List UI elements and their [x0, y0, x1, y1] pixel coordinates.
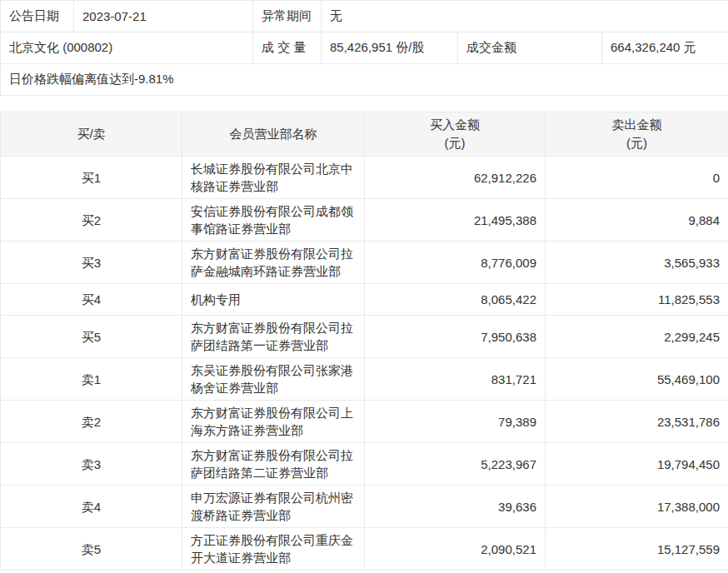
cell-buy-amount: 21,495,388	[365, 199, 546, 242]
info-row-note: 日价格跌幅偏离值达到-9.81%	[1, 64, 728, 96]
header-side: 买/卖	[1, 112, 182, 157]
cell-side: 买5	[1, 316, 182, 358]
cell-branch: 长城证券股份有限公司北京中核路证券营业部	[182, 157, 365, 199]
info-row-stock: 北京文化 (000802) 成 交 量 85,426,951 份/股 成交金额 …	[1, 32, 728, 64]
cell-side: 卖2	[1, 401, 182, 443]
table-row: 卖3 东方财富证券股份有限公司拉萨团结路第二证券营业部 5,223,967 19…	[1, 443, 728, 486]
table-row: 买4 机构专用 8,065,422 11,825,553	[1, 284, 728, 316]
stock-name: 北京文化 (000802)	[1, 32, 253, 64]
header-sell-amount-title: 卖出金额	[554, 116, 720, 134]
cell-side: 卖5	[1, 528, 182, 571]
header-sell-amount-unit: (元)	[554, 134, 720, 152]
cell-branch: 东方财富证券股份有限公司拉萨团结路第一证券营业部	[182, 316, 365, 358]
cell-sell-amount: 23,531,786	[546, 401, 728, 443]
turnover-label: 成交金额	[458, 32, 602, 64]
announce-date-label: 公告日期	[1, 1, 74, 32]
cell-buy-amount: 39,636	[365, 486, 546, 528]
volume-value: 85,426,951 份/股	[322, 32, 458, 64]
cell-branch: 机构专用	[182, 284, 365, 316]
abnormal-period-value: 无	[322, 1, 728, 32]
cell-sell-amount: 9,884	[546, 199, 728, 242]
cell-side: 卖1	[1, 358, 182, 401]
cell-sell-amount: 11,825,553	[546, 284, 728, 316]
abnormal-period-label: 异常期间	[253, 1, 322, 32]
cell-branch: 东方财富证券股份有限公司拉萨金融城南环路证券营业部	[182, 242, 365, 284]
cell-buy-amount: 831,721	[365, 358, 546, 401]
cell-buy-amount: 62,912,226	[365, 157, 546, 199]
cell-branch: 方正证券股份有限公司重庆金开大道证券营业部	[182, 528, 365, 571]
cell-branch: 东方财富证券股份有限公司上海东方路证券营业部	[182, 401, 365, 443]
cell-sell-amount: 2,299,245	[546, 316, 728, 358]
cell-buy-amount: 5,223,967	[365, 443, 546, 486]
header-buy-amount: 买入金额 (元)	[365, 112, 546, 157]
announce-date-value: 2023-07-21	[74, 1, 253, 32]
cell-side: 卖3	[1, 443, 182, 486]
cell-sell-amount: 0	[546, 157, 728, 199]
table-row: 卖1 东吴证券股份有限公司张家港杨舍证券营业部 831,721 55,469,1…	[1, 358, 728, 401]
header-buy-amount-unit: (元)	[373, 134, 536, 152]
cell-buy-amount: 7,950,638	[365, 316, 546, 358]
cell-buy-amount: 2,090,521	[365, 528, 546, 571]
cell-branch: 安信证券股份有限公司成都领事馆路证券营业部	[182, 199, 365, 242]
broker-seats-table: 买/卖 会员营业部名称 买入金额 (元) 卖出金额 (元) 买1 长城证券股份有…	[0, 112, 728, 571]
cell-side: 买2	[1, 199, 182, 242]
table-row: 买3 东方财富证券股份有限公司拉萨金融城南环路证券营业部 8,776,009 3…	[1, 242, 728, 284]
cell-sell-amount: 3,565,933	[546, 242, 728, 284]
table-row: 买2 安信证券股份有限公司成都领事馆路证券营业部 21,495,388 9,88…	[1, 199, 728, 242]
cell-branch: 东方财富证券股份有限公司拉萨团结路第二证券营业部	[182, 443, 365, 486]
table-row: 买5 东方财富证券股份有限公司拉萨团结路第一证券营业部 7,950,638 2,…	[1, 316, 728, 358]
table-row: 卖4 申万宏源证券有限公司杭州密渡桥路证券营业部 39,636 17,388,0…	[1, 486, 728, 528]
cell-side: 买3	[1, 242, 182, 284]
header-branch: 会员营业部名称	[182, 112, 365, 157]
cell-branch: 申万宏源证券有限公司杭州密渡桥路证券营业部	[182, 486, 365, 528]
cell-branch: 东吴证券股份有限公司张家港杨舍证券营业部	[182, 358, 365, 401]
trading-disclosure-page: 公告日期 2023-07-21 异常期间 无 北京文化 (000802) 成 交…	[0, 0, 728, 573]
cell-buy-amount: 8,776,009	[365, 242, 546, 284]
table-row: 买1 长城证券股份有限公司北京中核路证券营业部 62,912,226 0	[1, 157, 728, 199]
cell-side: 卖4	[1, 486, 182, 528]
deviation-note: 日价格跌幅偏离值达到-9.81%	[1, 64, 728, 96]
table-header-row: 买/卖 会员营业部名称 买入金额 (元) 卖出金额 (元)	[1, 112, 728, 157]
info-row-date: 公告日期 2023-07-21 异常期间 无	[1, 1, 728, 32]
cell-sell-amount: 19,794,450	[546, 443, 728, 486]
volume-label: 成 交 量	[253, 32, 322, 64]
header-buy-amount-title: 买入金额	[373, 116, 536, 134]
table-row: 卖2 东方财富证券股份有限公司上海东方路证券营业部 79,389 23,531,…	[1, 401, 728, 443]
cell-buy-amount: 79,389	[365, 401, 546, 443]
cell-sell-amount: 17,388,000	[546, 486, 728, 528]
cell-side: 买4	[1, 284, 182, 316]
cell-sell-amount: 15,127,559	[546, 528, 728, 571]
header-sell-amount: 卖出金额 (元)	[546, 112, 728, 157]
table-row: 卖5 方正证券股份有限公司重庆金开大道证券营业部 2,090,521 15,12…	[1, 528, 728, 571]
cell-sell-amount: 55,469,100	[546, 358, 728, 401]
cell-buy-amount: 8,065,422	[365, 284, 546, 316]
turnover-value: 664,326,240 元	[602, 32, 728, 64]
cell-side: 买1	[1, 157, 182, 199]
stock-info-panel: 公告日期 2023-07-21 异常期间 无 北京文化 (000802) 成 交…	[0, 0, 728, 96]
